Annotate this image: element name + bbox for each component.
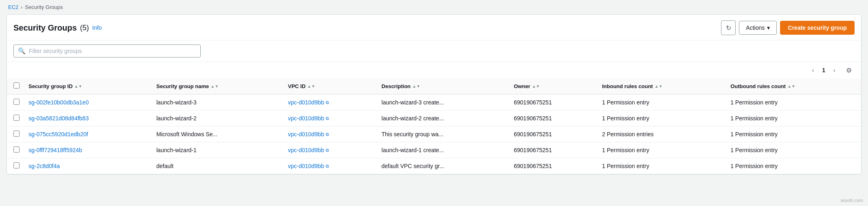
table-row: sg-2c8d0f4a default vpc-d010d9bb ⧉ defau…	[7, 158, 861, 174]
row-checkbox-cell	[7, 142, 23, 158]
row-checkbox-4[interactable]	[13, 162, 20, 168]
actions-label: Actions	[746, 24, 765, 31]
toolbar: Security Groups (5) Info ↻ Actions ▾ Cre…	[7, 15, 861, 40]
row-inbound: 1 Permission entry	[596, 142, 725, 158]
sort-icon-sg-id[interactable]: ▲▼	[74, 84, 82, 89]
row-description: launch-wizard-1 create...	[376, 142, 508, 158]
sg-id-link[interactable]: sg-075cc5920d1edb20f	[28, 131, 88, 137]
row-inbound: 1 Permission entry	[596, 111, 725, 126]
sg-id-link[interactable]: sg-03a5821d08d84fb83	[28, 115, 89, 122]
row-sg-id: sg-03a5821d08d84fb83	[23, 111, 151, 126]
row-vpc-id: vpc-d010d9bb ⧉	[282, 94, 376, 111]
row-inbound: 2 Permission entries	[596, 126, 725, 142]
table-row: sg-002fe10b00db3a1e0 launch-wizard-3 vpc…	[7, 94, 861, 111]
sg-id-link[interactable]: sg-2c8d0f4a	[28, 163, 60, 169]
sg-id-link[interactable]: sg-0fff729418ff5924b	[28, 147, 82, 153]
row-vpc-id: vpc-d010d9bb ⧉	[282, 111, 376, 126]
row-outbound: 1 Permission entry	[725, 94, 861, 111]
row-sg-id: sg-002fe10b00db3a1e0	[23, 94, 151, 111]
search-icon: 🔍	[18, 47, 26, 55]
row-vpc-id: vpc-d010d9bb ⧉	[282, 142, 376, 158]
table-row: sg-0fff729418ff5924b launch-wizard-1 vpc…	[7, 142, 861, 158]
vpc-id-link[interactable]: vpc-d010d9bb	[288, 115, 324, 122]
row-checkbox-2[interactable]	[13, 131, 20, 137]
row-sg-name: launch-wizard-3	[151, 94, 282, 111]
row-checkbox-0[interactable]	[13, 99, 20, 105]
row-owner: 690190675251	[508, 111, 596, 126]
table-settings-button[interactable]: ⚙	[843, 64, 855, 76]
count-badge: (5)	[80, 24, 89, 32]
select-all-checkbox-col	[7, 78, 23, 94]
external-link-icon: ⧉	[326, 148, 329, 153]
row-checkbox-cell	[7, 158, 23, 174]
pagination-next-button[interactable]: ›	[829, 64, 840, 76]
col-header-inbound: Inbound rules count ▲▼	[596, 78, 725, 94]
col-header-description: Description ▲▼	[376, 78, 508, 94]
table-row: sg-03a5821d08d84fb83 launch-wizard-2 vpc…	[7, 111, 861, 126]
vpc-id-link[interactable]: vpc-d010d9bb	[288, 163, 324, 169]
row-description: default VPC security gr...	[376, 158, 508, 174]
sort-icon-owner[interactable]: ▲▼	[532, 84, 540, 89]
sort-icon-description[interactable]: ▲▼	[412, 84, 421, 89]
search-bar: 🔍	[7, 40, 861, 62]
create-security-group-button[interactable]: Create security group	[780, 21, 855, 35]
external-link-icon: ⧉	[326, 100, 329, 105]
row-outbound: 1 Permission entry	[725, 158, 861, 174]
vpc-id-link[interactable]: vpc-d010d9bb	[288, 147, 324, 153]
row-sg-name: default	[151, 158, 282, 174]
toolbar-right: ↻ Actions ▾ Create security group	[721, 20, 855, 35]
row-checkbox-cell	[7, 126, 23, 142]
row-inbound: 1 Permission entry	[596, 158, 725, 174]
table-row: sg-075cc5920d1edb20f Microsoft Windows S…	[7, 126, 861, 142]
row-sg-name: launch-wizard-2	[151, 111, 282, 126]
row-sg-name: launch-wizard-1	[151, 142, 282, 158]
refresh-button[interactable]: ↻	[721, 20, 736, 35]
actions-button[interactable]: Actions ▾	[739, 21, 777, 35]
select-all-checkbox[interactable]	[13, 82, 20, 89]
row-sg-id: sg-0fff729418ff5924b	[23, 142, 151, 158]
info-link[interactable]: Info	[92, 24, 102, 31]
pagination-page: 1	[822, 67, 825, 73]
sort-icon-sg-name[interactable]: ▲▼	[210, 84, 219, 89]
sort-icon-outbound[interactable]: ▲▼	[787, 84, 796, 89]
row-description: launch-wizard-3 create...	[376, 94, 508, 111]
sg-id-link[interactable]: sg-002fe10b00db3a1e0	[28, 99, 89, 106]
row-owner: 690190675251	[508, 142, 596, 158]
row-checkbox-1[interactable]	[13, 115, 20, 121]
sort-icon-vpc-id[interactable]: ▲▼	[307, 84, 316, 89]
col-header-vpc-id: VPC ID ▲▼	[282, 78, 376, 94]
table-body: sg-002fe10b00db3a1e0 launch-wizard-3 vpc…	[7, 94, 861, 174]
search-input[interactable]	[29, 48, 196, 54]
row-description: This security group wa...	[376, 126, 508, 142]
external-link-icon: ⧉	[326, 164, 329, 169]
external-link-icon: ⧉	[326, 132, 329, 137]
sort-icon-inbound[interactable]: ▲▼	[655, 84, 663, 89]
row-sg-id: sg-2c8d0f4a	[23, 158, 151, 174]
row-sg-id: sg-075cc5920d1edb20f	[23, 126, 151, 142]
pagination-prev-button[interactable]: ‹	[807, 64, 819, 76]
row-sg-name: Microsoft Windows Se...	[151, 126, 282, 142]
col-header-owner: Owner ▲▼	[508, 78, 596, 94]
search-input-wrap: 🔍	[13, 44, 201, 58]
row-inbound: 1 Permission entry	[596, 94, 725, 111]
toolbar-left: Security Groups (5) Info	[13, 23, 102, 33]
row-vpc-id: vpc-d010d9bb ⧉	[282, 126, 376, 142]
row-outbound: 1 Permission entry	[725, 111, 861, 126]
breadcrumb-current: Security Groups	[25, 4, 63, 10]
row-checkbox-cell	[7, 111, 23, 126]
refresh-icon: ↻	[726, 24, 731, 32]
row-outbound: 1 Permission entry	[725, 126, 861, 142]
row-checkbox-cell	[7, 94, 23, 111]
col-header-sg-name: Security group name ▲▼	[151, 78, 282, 94]
row-owner: 690190675251	[508, 126, 596, 142]
row-checkbox-3[interactable]	[13, 146, 20, 153]
table-header-row: Security group ID ▲▼ Security group name…	[7, 78, 861, 94]
row-vpc-id: vpc-d010d9bb ⧉	[282, 158, 376, 174]
vpc-id-link[interactable]: vpc-d010d9bb	[288, 131, 324, 137]
page-title: Security Groups	[13, 23, 77, 33]
chevron-down-icon: ▾	[767, 24, 770, 31]
breadcrumb-ec2[interactable]: EC2	[8, 4, 18, 10]
pagination-row: ‹ 1 › ⚙	[7, 62, 861, 78]
row-owner: 690190675251	[508, 158, 596, 174]
vpc-id-link[interactable]: vpc-d010d9bb	[288, 99, 324, 106]
